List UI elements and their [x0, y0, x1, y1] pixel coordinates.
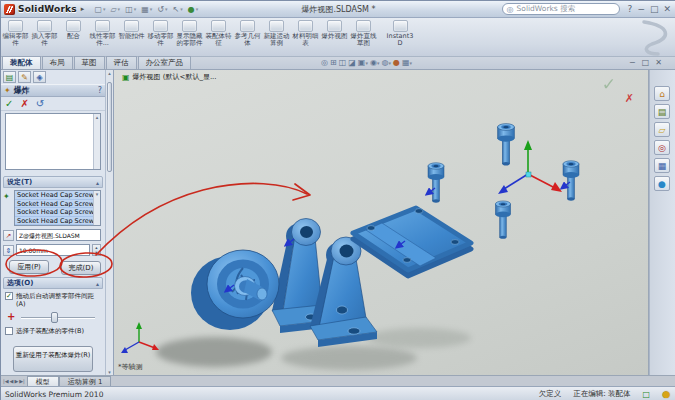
search-pane-icon[interactable]: ◎ — [654, 140, 670, 155]
menu-flyout-icon[interactable]: ▸ — [81, 5, 85, 13]
help-button[interactable]: ? — [628, 4, 633, 14]
ribbon-button-smart-fasteners[interactable]: 智能扣件 — [117, 18, 146, 56]
configuration-manager-tab-icon[interactable]: ◈ — [33, 71, 46, 83]
list-item[interactable]: Socket Head Cap Screw — [15, 191, 100, 200]
prev-tab-button[interactable]: ◀ — [10, 378, 14, 384]
save-icon: ◫ — [125, 5, 133, 14]
cancel-x-icon[interactable]: ✗ — [20, 98, 28, 109]
list-item[interactable]: Socket Head Cap Screw — [15, 217, 100, 226]
rebuild-button[interactable]: ●▾ — [186, 2, 201, 16]
model-tab[interactable]: 模型 — [27, 376, 59, 386]
zoom-area-icon[interactable]: ⊞ — [330, 58, 337, 67]
ground-shadows — [156, 328, 471, 370]
confirm-corner-check-icon[interactable]: ✓ — [602, 74, 616, 94]
appearances-scenes-icon[interactable]: ● — [654, 176, 670, 191]
list-item[interactable]: Socket Head Cap Screw — [15, 208, 100, 217]
ribbon-button-reference-geometry[interactable]: 参考几何体 — [233, 18, 262, 56]
ribbon-button-exploded-view[interactable]: 爆炸视图 — [320, 18, 349, 56]
tab-sketch[interactable]: 草图 — [74, 56, 105, 69]
exploded-assembly-model[interactable] — [114, 70, 649, 375]
panel-scrollbar[interactable]: ▴ ▾ — [105, 70, 113, 375]
select-button[interactable]: ↖▾ — [171, 2, 185, 16]
ribbon-button-edit-component[interactable]: 编辑零部件 — [1, 18, 30, 56]
options-section-header[interactable]: 选项(O) ▴ — [3, 277, 103, 289]
ok-check-icon[interactable]: ✓ — [5, 98, 13, 109]
components-to-explode-list[interactable]: Socket Head Cap Screw Socket Head Cap Sc… — [14, 190, 101, 226]
explode-direction-field[interactable]: Z@爆炸视图.SLDASM — [16, 229, 101, 241]
task-pane: ⌂ ▤ ▱ ◎ ▦ ● — [649, 70, 675, 375]
quick-tips-icon[interactable]: ● — [662, 389, 670, 399]
explode-steps-listbox[interactable]: ▴ — [5, 113, 101, 170]
flyout-feature-tree[interactable]: ▣ 爆炸视图 (默认<默认_显... — [122, 72, 217, 82]
view-orientation-icon[interactable]: ▣▾ — [358, 58, 368, 67]
doc-restore-button[interactable]: □ — [642, 58, 650, 67]
restore-button[interactable]: □ — [650, 4, 659, 14]
settings-section-header[interactable]: 设定(T) ▴ — [3, 176, 103, 188]
ribbon-button-explode-line-sketch[interactable]: 爆炸直线草图 — [349, 18, 378, 56]
listbox-scrollbar[interactable]: ▴ — [93, 114, 100, 169]
previous-view-icon[interactable]: ◫ — [339, 58, 347, 67]
smart-fasteners-icon — [124, 20, 139, 32]
panel-scroll-thumb[interactable] — [107, 82, 112, 172]
last-tab-button[interactable]: ▶| — [19, 378, 25, 384]
editing-state: 正在编辑: 装配体 — [573, 389, 630, 399]
print-button[interactable]: ▦▾ — [139, 2, 154, 16]
motion-study-tab[interactable]: 运动算例 1 — [59, 376, 112, 386]
done-button[interactable]: 完成(D) — [61, 261, 101, 275]
doc-close-button[interactable]: ✕ — [655, 58, 662, 67]
ribbon-button-mate[interactable]: 配合 — [59, 18, 88, 56]
ribbon-button-instant3d[interactable]: Instant3D — [378, 18, 422, 56]
panel-help-icon[interactable]: ? — [98, 86, 102, 95]
minimize-button[interactable]: − — [637, 4, 645, 14]
zoom-fit-icon[interactable]: ◎ — [321, 58, 328, 67]
graphics-viewport[interactable]: ▣ 爆炸视图 (默认<默认_显... ✓ ✗ — [114, 70, 649, 375]
doc-minimize-button[interactable]: − — [629, 58, 636, 67]
ribbon-button-show-hidden-components[interactable]: 显示隐藏的零部件 — [175, 18, 204, 56]
ribbon-button-new-motion-study[interactable]: 新建运动算例 — [262, 18, 291, 56]
close-button[interactable]: ✕ — [663, 4, 671, 14]
reuse-subassembly-explode-button[interactable]: 重新使用子装配体爆炸(R) — [13, 346, 93, 372]
ribbon-button-bill-of-materials[interactable]: 材料明细表 — [291, 18, 320, 56]
screw-3 — [495, 201, 510, 239]
search-input[interactable]: ◎ SolidWorks 搜索 — [502, 3, 620, 15]
display-style-icon[interactable]: ◉▾ — [370, 58, 380, 67]
tab-layout[interactable]: 布局 — [42, 56, 73, 69]
list-item[interactable]: Socket Head Cap Screw — [15, 200, 100, 209]
tab-assembly[interactable]: 装配体 — [2, 56, 41, 69]
select-subassembly-checkbox[interactable] — [5, 327, 13, 335]
exploded-view-icon — [327, 20, 342, 32]
tab-evaluate[interactable]: 评估 — [106, 56, 137, 69]
ribbon-button-insert-components[interactable]: 插入零部件 — [30, 18, 59, 56]
apply-button[interactable]: 应用(P) — [9, 260, 49, 274]
list-scrollbar[interactable]: ▾ — [93, 191, 100, 225]
slider-thumb[interactable] — [51, 312, 58, 323]
hide-show-items-icon[interactable]: ◍▾ — [381, 58, 391, 67]
next-tab-button[interactable]: ▶ — [14, 378, 18, 384]
spacing-slider[interactable]: + — [5, 311, 101, 324]
distance-spinner[interactable]: ▴ ▾ — [92, 244, 101, 256]
save-button[interactable]: ◫▾ — [123, 2, 138, 16]
sheet-status-icon: □ — [643, 390, 651, 399]
ribbon-button-move-component[interactable]: 移动零部件 — [146, 18, 175, 56]
command-manager-ribbon: 编辑零部件 插入零部件 配合 线性零部件... 智能扣件 移动零部件 显示隐藏的… — [1, 18, 675, 57]
open-file-button[interactable]: ▱▾ — [108, 2, 122, 16]
view-palette-icon[interactable]: ▦ — [654, 158, 670, 173]
ribbon-button-assembly-features[interactable]: 装配体特征 — [204, 18, 233, 56]
explode-distance-field[interactable]: 10.00mm — [16, 244, 90, 256]
solidworks-resources-icon[interactable]: ⌂ — [654, 86, 670, 101]
file-explorer-icon[interactable]: ▱ — [654, 122, 670, 137]
auto-space-checkbox[interactable]: ✓ — [5, 292, 13, 300]
section-view-icon[interactable]: ◪ — [348, 58, 356, 67]
feature-manager-tab-icon[interactable]: ▤ — [3, 71, 16, 83]
undo-button[interactable]: ↺▾ — [155, 2, 169, 16]
design-library-icon[interactable]: ▤ — [654, 104, 670, 119]
property-manager-tab-icon[interactable]: ✎ — [18, 71, 31, 83]
ribbon-button-linear-component-pattern[interactable]: 线性零部件... — [88, 18, 117, 56]
new-file-button[interactable]: ▢▾ — [92, 2, 107, 16]
first-tab-button[interactable]: |◀ — [3, 378, 9, 384]
apply-scene-icon[interactable]: ▦▾ — [402, 58, 412, 67]
undo-step-icon[interactable]: ↺ — [36, 98, 44, 109]
edit-appearance-icon[interactable]: ● — [393, 58, 400, 67]
confirm-corner-cancel-icon[interactable]: ✗ — [625, 92, 634, 105]
tab-office-products[interactable]: 办公室产品 — [138, 56, 192, 69]
